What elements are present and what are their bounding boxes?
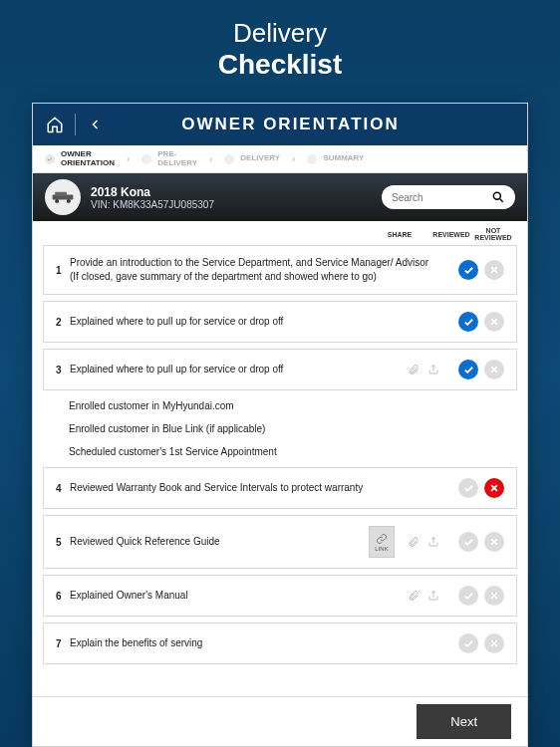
checklist-row: 5 Reviewed Quick Reference Guide LINK [43,515,517,569]
vehicle-vin: VIN: KM8K33A57JU085307 [91,199,372,210]
svg-point-4 [493,192,500,199]
sub-item: Scheduled customer's 1st Service Appoint… [69,446,505,457]
share-icons: LINK [369,526,440,558]
vehicle-title: 2018 Kona [91,185,372,199]
share-icons [407,589,440,603]
checklist: 1 Provide an introduction to the Service… [33,245,527,696]
chevron-right-icon: › [127,153,130,164]
breadcrumb-3[interactable]: SUMMARY [303,154,368,164]
not-reviewed-toggle[interactable] [484,260,504,280]
link-badge[interactable]: LINK [369,526,395,558]
checklist-row: 2 Explained where to pull up for service… [43,301,517,343]
row-text: Provide an introduction to the Service D… [70,256,440,284]
not-reviewed-toggle[interactable] [484,360,504,379]
link-icon [375,532,389,546]
row-text: Explained where to pull up for service o… [70,315,440,329]
crumb-label: PRE- DELIVERY [157,150,197,168]
not-reviewed-toggle[interactable] [484,478,504,498]
next-button[interactable]: Next [417,704,511,739]
row-text: Explain the benefits of serving [70,636,440,650]
share-icon[interactable] [426,589,440,603]
attachment-icon[interactable] [407,535,420,549]
reviewed-toggle[interactable] [458,633,478,653]
sub-item: Enrolled customer in Blue Link (if appli… [69,423,505,434]
not-reviewed-toggle[interactable] [484,312,504,332]
app-frame: OWNER ORIENTATION OWNER ORIENTATION›PRE-… [32,103,528,747]
svg-point-2 [55,199,59,203]
row-text: Reviewed Warranty Book and Service Inter… [70,481,440,495]
breadcrumb-0[interactable]: OWNER ORIENTATION [41,150,119,168]
share-icon[interactable] [426,535,440,549]
row-text: Explained where to pull up for service o… [70,363,407,376]
check-icon [141,154,151,164]
row-actions [440,312,504,332]
reviewed-toggle[interactable] [458,260,478,280]
row-number: 7 [56,638,70,649]
chevron-right-icon: › [209,153,212,164]
col-reviewed: REVIEWED [429,231,473,238]
column-headers: SHARE REVIEWED NOTREVIEWED [33,221,527,245]
row-number: 5 [56,537,70,548]
chevron-right-icon: › [292,153,295,164]
reviewed-toggle[interactable] [458,478,478,498]
title-bold: Checklist [218,49,343,81]
search-pill[interactable] [382,185,515,209]
breadcrumb-2[interactable]: DELIVERY [220,154,284,164]
search-input[interactable] [392,192,461,203]
not-reviewed-toggle[interactable] [484,633,504,653]
row-number: 3 [56,365,70,375]
checklist-row: 1 Provide an introduction to the Service… [43,245,517,295]
checklist-row: 6 Explained Owner's Manual [43,575,517,617]
check-icon [224,154,234,164]
checklist-row: 4 Reviewed Warranty Book and Service Int… [43,467,517,509]
footer: Next [33,696,527,746]
svg-point-3 [67,199,71,203]
topbar: OWNER ORIENTATION [33,104,527,145]
row-actions [407,586,504,606]
row-actions: LINK [369,526,504,558]
crumb-label: SUMMARY [323,154,364,163]
crumb-label: OWNER ORIENTATION [61,150,115,168]
title-light: Delivery [233,18,327,48]
row-text: Reviewed Quick Reference Guide [70,535,369,549]
topbar-title: OWNER ORIENTATION [66,115,515,134]
vehicle-thumb [45,179,81,215]
row-number: 4 [56,483,70,494]
check-icon [307,154,317,164]
col-not-reviewed: NOTREVIEWED [473,227,513,241]
row-actions [440,478,504,498]
not-reviewed-toggle[interactable] [484,532,504,552]
page-title: Delivery Checklist [218,0,343,103]
breadcrumbs: OWNER ORIENTATION›PRE- DELIVERY›DELIVERY… [33,145,527,173]
vehicle-info: 2018 Kona VIN: KM8K33A57JU085307 [91,185,372,210]
attachment-icon[interactable] [407,589,420,603]
sub-item: Enrolled customer in MyHyundai.com [69,400,505,411]
share-icon[interactable] [426,363,440,376]
link-label: LINK [375,546,388,552]
breadcrumb-1[interactable]: PRE- DELIVERY [138,150,201,168]
vehicle-bar: 2018 Kona VIN: KM8K33A57JU085307 [33,173,527,221]
reviewed-toggle[interactable] [458,360,478,379]
row-actions [440,260,504,280]
reviewed-toggle[interactable] [458,532,478,552]
row-number: 1 [56,265,70,276]
reviewed-toggle[interactable] [458,312,478,332]
share-icons [407,363,440,376]
row-actions [440,633,504,653]
svg-rect-1 [55,192,67,196]
attachment-icon[interactable] [407,363,420,376]
checklist-row: 3 Explained where to pull up for service… [43,349,517,390]
search-icon[interactable] [491,190,505,204]
not-reviewed-toggle[interactable] [484,586,504,606]
checklist-row: 7 Explain the benefits of serving [43,622,517,664]
row-text: Explained Owner's Manual [70,589,407,603]
check-icon [45,154,55,164]
crumb-label: DELIVERY [240,154,280,163]
home-icon[interactable] [45,115,65,134]
col-share: SHARE [370,231,429,238]
row-number: 6 [56,591,70,602]
reviewed-toggle[interactable] [458,586,478,606]
row-actions [407,360,504,379]
row-number: 2 [56,317,70,328]
sublist: Enrolled customer in MyHyundai.comEnroll… [43,396,517,461]
